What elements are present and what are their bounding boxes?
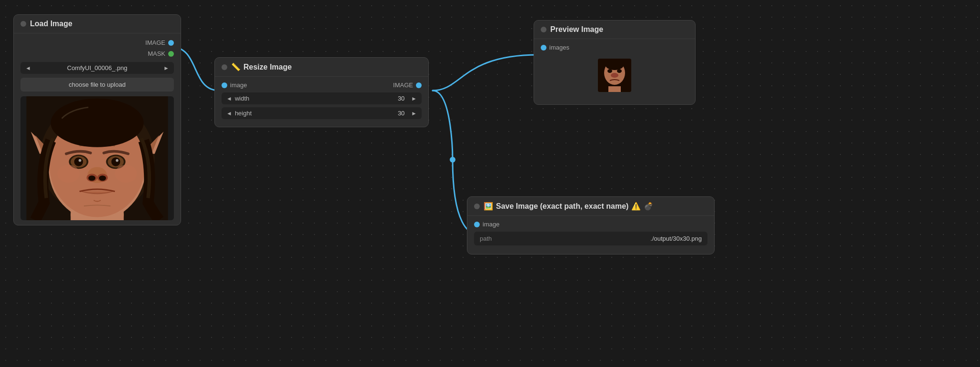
preview-image-body: images	[534, 39, 695, 104]
save-image-connector[interactable]	[474, 222, 480, 227]
resize-image-body: image IMAGE ◄ width 30 ► ◄ height 30 ►	[215, 77, 428, 127]
width-dec-btn[interactable]: ◄	[226, 95, 232, 102]
path-label: path	[480, 235, 492, 242]
upload-button[interactable]: choose file to upload	[20, 78, 174, 92]
preview-image-svg	[20, 96, 174, 220]
load-image-header: Load Image	[14, 15, 181, 33]
preview-image-status-dot	[541, 27, 546, 32]
save-image-title: Save Image (exact path, exact name)	[496, 202, 628, 211]
svg-point-29	[605, 59, 624, 70]
svg-point-18	[116, 159, 119, 162]
save-image-header: 🖼️ Save Image (exact path, exact name) ⚠…	[467, 197, 714, 216]
resize-image-header: 📏 Resize Image	[215, 58, 428, 77]
image-output-connector[interactable]	[168, 40, 174, 46]
svg-point-15	[74, 157, 83, 166]
mask-output-label: MASK	[148, 50, 165, 57]
width-label: width	[235, 95, 391, 102]
resize-image-output-label: IMAGE	[393, 82, 413, 89]
save-image-status-dot	[474, 204, 480, 209]
height-label: height	[235, 110, 391, 117]
svg-point-31	[607, 69, 612, 73]
svg-point-30	[611, 73, 618, 78]
resize-icon: 📏	[231, 62, 241, 71]
resize-output-side: IMAGE	[393, 82, 422, 89]
resize-input-side: image	[222, 82, 247, 89]
path-field: path ./output/30x30.png	[474, 232, 707, 245]
save-bomb-icon: 💣	[644, 202, 653, 211]
save-title-row: 🖼️ Save Image (exact path, exact name) ⚠…	[484, 202, 653, 211]
svg-point-22	[88, 175, 95, 181]
save-image-node: 🖼️ Save Image (exact path, exact name) ⚠…	[467, 196, 715, 255]
preview-image-header: Preview Image	[534, 20, 695, 39]
svg-point-26	[51, 99, 144, 147]
save-image-input-label: image	[483, 221, 499, 228]
image-preview-box	[20, 96, 174, 220]
preview-thumb-svg	[598, 59, 631, 92]
preview-image-title: Preview Image	[550, 25, 603, 34]
image-output-label: IMAGE	[145, 39, 165, 46]
resize-io-row: image IMAGE	[222, 82, 422, 89]
file-selector: ◄ ComfyUI_00006_.png ►	[20, 62, 174, 74]
width-value: 30	[394, 95, 408, 102]
height-value: 30	[394, 110, 408, 117]
preview-input-row: images	[541, 44, 688, 51]
image-output-row: IMAGE	[20, 38, 174, 47]
preview-thumb-box	[598, 59, 631, 92]
height-dec-btn[interactable]: ◄	[226, 110, 232, 117]
file-name-display: ComfyUI_00006_.png	[34, 64, 161, 71]
height-inc-btn[interactable]: ►	[411, 110, 417, 117]
resize-image-node: 📏 Resize Image image IMAGE ◄ width 30 ► …	[214, 57, 429, 127]
height-field-row: ◄ height 30 ►	[222, 107, 422, 119]
file-prev-btn[interactable]: ◄	[25, 65, 31, 71]
svg-point-25	[115, 165, 137, 183]
load-image-status-dot	[20, 21, 26, 27]
save-image-body: image path ./output/30x30.png	[467, 216, 714, 254]
mask-output-connector[interactable]	[168, 51, 174, 57]
path-value: ./output/30x30.png	[495, 235, 702, 242]
width-field-row: ◄ width 30 ►	[222, 92, 422, 104]
preview-image-node: Preview Image images	[534, 20, 696, 105]
preview-images-label: images	[549, 44, 569, 51]
resize-image-input-label: image	[230, 82, 247, 89]
svg-point-0	[450, 157, 455, 163]
load-image-node: Load Image IMAGE MASK ◄ ComfyUI_00006_.p…	[13, 14, 181, 225]
svg-point-23	[99, 175, 106, 181]
resize-image-title: Resize Image	[243, 63, 292, 71]
save-warning-icon: ⚠️	[631, 202, 641, 211]
save-icon: 🖼️	[484, 202, 493, 211]
save-input-row: image	[474, 221, 707, 228]
resize-image-output-connector[interactable]	[416, 82, 422, 88]
mask-output-row: MASK	[20, 49, 174, 58]
load-image-body: IMAGE MASK ◄ ComfyUI_00006_.png ► choose…	[14, 33, 181, 225]
load-image-title: Load Image	[30, 20, 72, 28]
svg-point-16	[111, 157, 121, 166]
svg-point-24	[57, 165, 79, 183]
file-next-btn[interactable]: ►	[163, 65, 169, 71]
svg-point-32	[617, 69, 622, 73]
preview-images-connector[interactable]	[541, 45, 546, 51]
svg-rect-33	[608, 86, 621, 92]
resize-title-row: 📏 Resize Image	[231, 62, 292, 71]
svg-point-17	[79, 159, 81, 162]
width-inc-btn[interactable]: ►	[411, 95, 417, 102]
resize-image-input-connector[interactable]	[222, 82, 227, 88]
resize-image-status-dot	[222, 64, 227, 70]
